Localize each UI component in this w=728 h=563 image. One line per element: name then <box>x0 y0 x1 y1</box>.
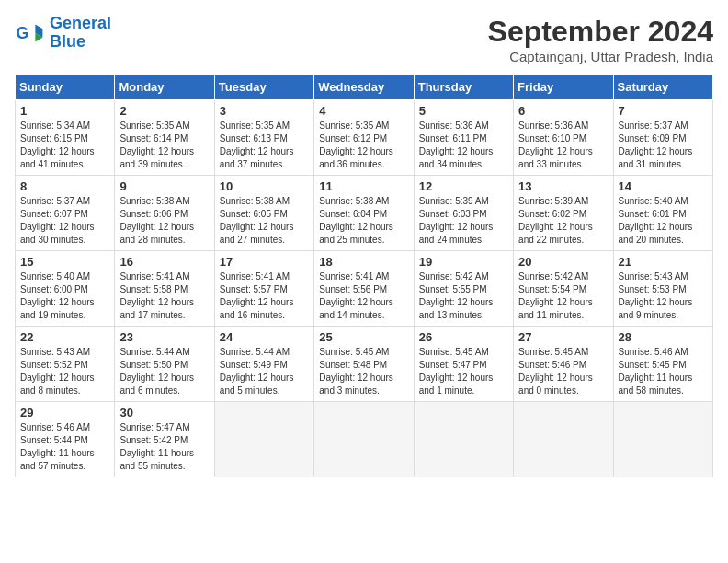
page-header: G General Blue September 2024 Captaingan… <box>15 15 713 64</box>
day-number: 5 <box>419 104 508 118</box>
day-info: Sunrise: 5:44 AM Sunset: 5:50 PM Dayligh… <box>119 346 209 397</box>
day-info: Sunrise: 5:41 AM Sunset: 5:57 PM Dayligh… <box>220 270 309 322</box>
day-info: Sunrise: 5:37 AM Sunset: 6:09 PM Dayligh… <box>619 120 708 171</box>
day-number: 13 <box>518 179 608 193</box>
calendar-week-3: 15Sunrise: 5:40 AM Sunset: 6:00 PM Dayli… <box>16 251 713 327</box>
calendar-cell <box>514 402 613 477</box>
day-number: 2 <box>119 104 209 118</box>
calendar-cell: 11Sunrise: 5:38 AM Sunset: 6:04 PM Dayli… <box>314 176 414 251</box>
calendar-cell: 30Sunrise: 5:47 AM Sunset: 5:42 PM Dayli… <box>115 402 214 477</box>
calendar-cell: 24Sunrise: 5:44 AM Sunset: 5:49 PM Dayli… <box>214 327 313 402</box>
calendar-cell: 20Sunrise: 5:42 AM Sunset: 5:54 PM Dayli… <box>514 251 613 327</box>
calendar-cell: 16Sunrise: 5:41 AM Sunset: 5:58 PM Dayli… <box>115 251 214 327</box>
day-number: 24 <box>220 330 309 344</box>
day-number: 20 <box>518 255 608 269</box>
day-info: Sunrise: 5:45 AM Sunset: 5:48 PM Dayligh… <box>319 346 408 397</box>
title-area: September 2024 Captainganj, Uttar Prades… <box>488 15 713 64</box>
day-number: 11 <box>319 179 408 193</box>
day-number: 25 <box>319 330 408 344</box>
header-sunday: Sunday <box>16 75 115 100</box>
day-info: Sunrise: 5:36 AM Sunset: 6:10 PM Dayligh… <box>518 120 608 171</box>
day-number: 27 <box>518 330 608 344</box>
day-number: 29 <box>20 406 109 419</box>
calendar-cell: 12Sunrise: 5:39 AM Sunset: 6:03 PM Dayli… <box>414 176 513 251</box>
day-info: Sunrise: 5:37 AM Sunset: 6:07 PM Dayligh… <box>20 195 109 247</box>
calendar-cell: 23Sunrise: 5:44 AM Sunset: 5:50 PM Dayli… <box>115 327 214 402</box>
calendar-cell: 29Sunrise: 5:46 AM Sunset: 5:44 PM Dayli… <box>16 402 115 477</box>
day-number: 14 <box>619 179 708 193</box>
logo-line2: Blue <box>50 32 85 51</box>
day-info: Sunrise: 5:45 AM Sunset: 5:46 PM Dayligh… <box>518 346 608 397</box>
logo: G General Blue <box>15 15 111 52</box>
calendar-cell <box>414 402 513 477</box>
day-number: 9 <box>119 179 209 193</box>
calendar-cell: 10Sunrise: 5:38 AM Sunset: 6:05 PM Dayli… <box>214 176 313 251</box>
header-saturday: Saturday <box>613 75 712 100</box>
day-number: 8 <box>20 179 109 193</box>
calendar-table: SundayMondayTuesdayWednesdayThursdayFrid… <box>15 74 713 477</box>
day-info: Sunrise: 5:42 AM Sunset: 5:54 PM Dayligh… <box>518 270 608 322</box>
day-info: Sunrise: 5:35 AM Sunset: 6:12 PM Dayligh… <box>319 120 408 171</box>
header-friday: Friday <box>514 75 613 100</box>
calendar-cell: 17Sunrise: 5:41 AM Sunset: 5:57 PM Dayli… <box>214 251 313 327</box>
calendar-cell: 4Sunrise: 5:35 AM Sunset: 6:12 PM Daylig… <box>314 100 414 176</box>
calendar-week-1: 1Sunrise: 5:34 AM Sunset: 6:15 PM Daylig… <box>16 100 713 176</box>
day-info: Sunrise: 5:47 AM Sunset: 5:42 PM Dayligh… <box>119 421 209 473</box>
calendar-cell: 27Sunrise: 5:45 AM Sunset: 5:46 PM Dayli… <box>514 327 613 402</box>
header-monday: Monday <box>115 75 214 100</box>
calendar-cell: 7Sunrise: 5:37 AM Sunset: 6:09 PM Daylig… <box>613 100 712 176</box>
calendar-cell: 14Sunrise: 5:40 AM Sunset: 6:01 PM Dayli… <box>613 176 712 251</box>
calendar-cell: 15Sunrise: 5:40 AM Sunset: 6:00 PM Dayli… <box>16 251 115 327</box>
day-info: Sunrise: 5:38 AM Sunset: 6:05 PM Dayligh… <box>220 195 309 247</box>
logo-line1: General <box>50 14 111 32</box>
day-info: Sunrise: 5:38 AM Sunset: 6:04 PM Dayligh… <box>319 195 408 247</box>
calendar-cell <box>314 402 414 477</box>
day-number: 19 <box>419 255 508 269</box>
day-info: Sunrise: 5:35 AM Sunset: 6:13 PM Dayligh… <box>220 120 309 171</box>
day-info: Sunrise: 5:36 AM Sunset: 6:11 PM Dayligh… <box>419 120 508 171</box>
calendar-cell <box>214 402 313 477</box>
logo-text: General Blue <box>50 15 111 52</box>
day-number: 6 <box>518 104 608 118</box>
calendar-week-5: 29Sunrise: 5:46 AM Sunset: 5:44 PM Dayli… <box>16 402 713 477</box>
calendar-cell: 3Sunrise: 5:35 AM Sunset: 6:13 PM Daylig… <box>214 100 313 176</box>
day-number: 3 <box>220 104 309 118</box>
day-number: 1 <box>20 104 109 118</box>
day-info: Sunrise: 5:39 AM Sunset: 6:03 PM Dayligh… <box>419 195 508 247</box>
day-info: Sunrise: 5:40 AM Sunset: 6:01 PM Dayligh… <box>619 195 708 247</box>
day-info: Sunrise: 5:41 AM Sunset: 5:58 PM Dayligh… <box>119 270 209 322</box>
calendar-cell: 19Sunrise: 5:42 AM Sunset: 5:55 PM Dayli… <box>414 251 513 327</box>
calendar-cell: 22Sunrise: 5:43 AM Sunset: 5:52 PM Dayli… <box>16 327 115 402</box>
day-number: 10 <box>220 179 309 193</box>
calendar-cell: 25Sunrise: 5:45 AM Sunset: 5:48 PM Dayli… <box>314 327 414 402</box>
location-title: Captainganj, Uttar Pradesh, India <box>488 49 713 64</box>
calendar-cell: 2Sunrise: 5:35 AM Sunset: 6:14 PM Daylig… <box>115 100 214 176</box>
day-number: 16 <box>119 255 209 269</box>
day-info: Sunrise: 5:40 AM Sunset: 6:00 PM Dayligh… <box>20 270 109 322</box>
calendar-cell <box>613 402 712 477</box>
calendar-cell: 1Sunrise: 5:34 AM Sunset: 6:15 PM Daylig… <box>16 100 115 176</box>
day-info: Sunrise: 5:43 AM Sunset: 5:53 PM Dayligh… <box>619 270 708 322</box>
day-number: 7 <box>619 104 708 118</box>
day-info: Sunrise: 5:44 AM Sunset: 5:49 PM Dayligh… <box>220 346 309 397</box>
calendar-header-row: SundayMondayTuesdayWednesdayThursdayFrid… <box>16 75 713 100</box>
day-number: 23 <box>119 330 209 344</box>
svg-text:G: G <box>17 24 29 42</box>
day-number: 18 <box>319 255 408 269</box>
day-info: Sunrise: 5:41 AM Sunset: 5:56 PM Dayligh… <box>319 270 408 322</box>
month-title: September 2024 <box>488 15 713 49</box>
day-info: Sunrise: 5:43 AM Sunset: 5:52 PM Dayligh… <box>20 346 109 397</box>
day-info: Sunrise: 5:42 AM Sunset: 5:55 PM Dayligh… <box>419 270 508 322</box>
calendar-cell: 5Sunrise: 5:36 AM Sunset: 6:11 PM Daylig… <box>414 100 513 176</box>
header-tuesday: Tuesday <box>214 75 313 100</box>
day-number: 26 <box>419 330 508 344</box>
day-number: 4 <box>319 104 408 118</box>
day-info: Sunrise: 5:46 AM Sunset: 5:44 PM Dayligh… <box>20 421 109 473</box>
day-info: Sunrise: 5:45 AM Sunset: 5:47 PM Dayligh… <box>419 346 508 397</box>
day-info: Sunrise: 5:35 AM Sunset: 6:14 PM Dayligh… <box>119 120 209 171</box>
calendar-cell: 9Sunrise: 5:38 AM Sunset: 6:06 PM Daylig… <box>115 176 214 251</box>
day-number: 17 <box>220 255 309 269</box>
calendar-cell: 13Sunrise: 5:39 AM Sunset: 6:02 PM Dayli… <box>514 176 613 251</box>
header-thursday: Thursday <box>414 75 513 100</box>
day-number: 12 <box>419 179 508 193</box>
